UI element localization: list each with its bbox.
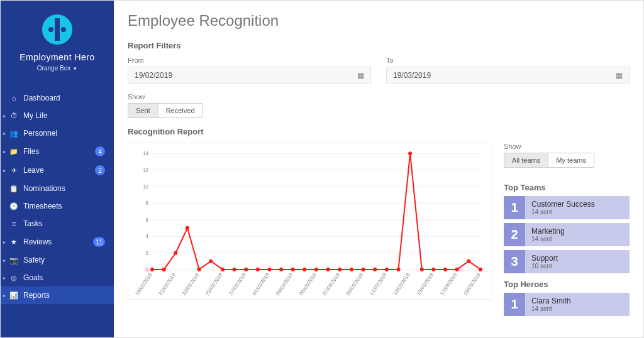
from-date-value: 19/02/2019 [135, 71, 172, 80]
chevron-right-icon: ▸ [3, 258, 6, 263]
nav-icon: 📊 [9, 292, 18, 300]
svg-point-54 [373, 268, 377, 271]
svg-point-56 [396, 268, 400, 271]
side-column: Show All teams My teams Top Teams 1Custo… [504, 143, 630, 320]
rank-sub: 14 sent [531, 305, 623, 312]
svg-text:2: 2 [146, 251, 149, 256]
to-date-input[interactable]: 19/03/2019 ▦ [386, 67, 630, 84]
from-label: From [128, 57, 371, 64]
svg-point-57 [408, 151, 412, 155]
report-heading: Recognition Report [128, 127, 630, 136]
top-teams-heading: Top Teams [504, 183, 630, 192]
nav-icon: 📋 [9, 185, 18, 193]
nav-icon: ⏱ [9, 112, 18, 119]
rank-name: Clara Smith [531, 297, 623, 305]
svg-point-62 [467, 259, 470, 263]
svg-text:11/03/2019: 11/03/2019 [369, 272, 388, 297]
nav-label: Personnel [23, 129, 57, 138]
sidebar-item-safety[interactable]: ▸📷Safety [1, 251, 114, 269]
rank-sub: 14 sent [531, 209, 623, 215]
sidebar-item-files[interactable]: ▸📁Files4 [1, 142, 114, 161]
nav-label: Reports [23, 291, 50, 300]
svg-point-59 [431, 268, 435, 271]
rank-name: Customer Success [531, 200, 623, 209]
toggle-all-teams[interactable]: All teams [504, 153, 548, 167]
nav-label: Files [23, 147, 39, 156]
chevron-right-icon: ▸ [3, 149, 6, 155]
top-heroes-list: 1Clara Smith14 sent [504, 293, 630, 316]
hero-card[interactable]: 1Clara Smith14 sent [504, 293, 630, 316]
sidebar-item-personnel[interactable]: ▸👥Personnel [1, 124, 114, 142]
nav-icon: ◎ [9, 274, 18, 282]
svg-point-45 [267, 268, 271, 271]
team-card[interactable]: 1Customer Success14 sent [504, 196, 630, 219]
nav-label: Timesheets [23, 202, 62, 210]
svg-point-52 [350, 268, 353, 271]
svg-rect-1 [55, 18, 60, 41]
page-title: Employee Recognition [128, 12, 630, 30]
nav-label: Safety [23, 256, 45, 264]
chevron-right-icon: ▸ [3, 168, 6, 173]
nav-badge: 2 [95, 165, 105, 175]
rank-number: 1 [504, 293, 525, 316]
sidebar: Employment Hero Orange Box▼ ⌂Dashboard▸⏱… [1, 1, 114, 337]
toggle-sent[interactable]: Sent [128, 104, 158, 117]
svg-point-41 [221, 268, 225, 271]
sidebar-item-goals[interactable]: ▸◎Goals [1, 269, 114, 286]
nav-icon: 📁 [9, 148, 18, 156]
chevron-right-icon: ▸ [3, 113, 6, 119]
svg-text:15/03/2019: 15/03/2019 [416, 272, 435, 297]
main: Employee Recognition Report Filters From… [114, 1, 643, 337]
svg-text:12: 12 [143, 168, 148, 173]
svg-text:25/02/2019: 25/02/2019 [204, 272, 224, 297]
svg-point-37 [174, 251, 177, 254]
rank-body: Customer Success14 sent [525, 196, 630, 219]
nav-icon: 📷 [9, 256, 18, 264]
nav: ⌂Dashboard▸⏱My Life▸👥Personnel▸📁Files4▸✈… [1, 89, 114, 304]
toggle-received[interactable]: Received [158, 104, 203, 117]
sidebar-item-reports[interactable]: ▸📊Reports [1, 286, 114, 304]
svg-point-58 [420, 268, 424, 271]
sidebar-item-leave[interactable]: ▸✈Leave2 [1, 161, 114, 180]
sidebar-item-timesheets[interactable]: 🕒Timesheets [1, 197, 114, 215]
svg-point-50 [326, 268, 330, 271]
org-switcher[interactable]: Orange Box▼ [7, 65, 108, 72]
svg-text:01/03/2019: 01/03/2019 [252, 272, 271, 297]
team-card[interactable]: 3Support10 sent [504, 250, 630, 273]
from-filter: From 19/02/2019 ▦ [128, 57, 371, 84]
rank-body: Clara Smith14 sent [525, 293, 630, 316]
svg-point-60 [443, 268, 447, 271]
svg-point-3 [61, 27, 66, 32]
show-toggle: Sent Received [128, 103, 203, 118]
sidebar-item-tasks[interactable]: ≡Tasks [1, 215, 114, 232]
nav-badge: 11 [93, 237, 105, 247]
sidebar-item-dashboard[interactable]: ⌂Dashboard [1, 89, 114, 107]
svg-text:4: 4 [146, 234, 149, 239]
nav-label: My Life [23, 111, 48, 120]
nav-label: Goals [23, 273, 43, 282]
rank-name: Marketing [531, 227, 623, 236]
svg-point-42 [233, 268, 236, 271]
svg-text:10: 10 [143, 184, 148, 190]
sidebar-item-my-life[interactable]: ▸⏱My Life [1, 107, 114, 124]
from-date-input[interactable]: 19/02/2019 ▦ [128, 67, 371, 84]
top-teams-list: 1Customer Success14 sent2Marketing14 sen… [504, 196, 630, 273]
svg-text:17/03/2019: 17/03/2019 [439, 272, 458, 297]
teams-toggle: All teams My teams [504, 153, 594, 168]
calendar-icon: ▦ [616, 71, 623, 80]
sidebar-item-nominations[interactable]: 📋Nominations [1, 180, 114, 197]
toggle-my-teams[interactable]: My teams [548, 153, 594, 167]
filters-heading: Report Filters [128, 41, 630, 50]
svg-point-48 [303, 268, 306, 271]
svg-text:21/02/2019: 21/02/2019 [158, 272, 177, 297]
rank-body: Support10 sent [525, 250, 630, 273]
brand-logo-icon [40, 12, 75, 47]
svg-text:8: 8 [146, 200, 149, 206]
svg-point-49 [314, 268, 318, 271]
rank-sub: 14 sent [531, 236, 623, 243]
org-name: Orange Box [37, 65, 70, 72]
sidebar-item-reviews[interactable]: ▸★Reviews11 [1, 232, 114, 251]
chevron-right-icon: ▸ [3, 293, 6, 298]
nav-icon: ⌂ [9, 94, 18, 102]
team-card[interactable]: 2Marketing14 sent [504, 223, 630, 246]
